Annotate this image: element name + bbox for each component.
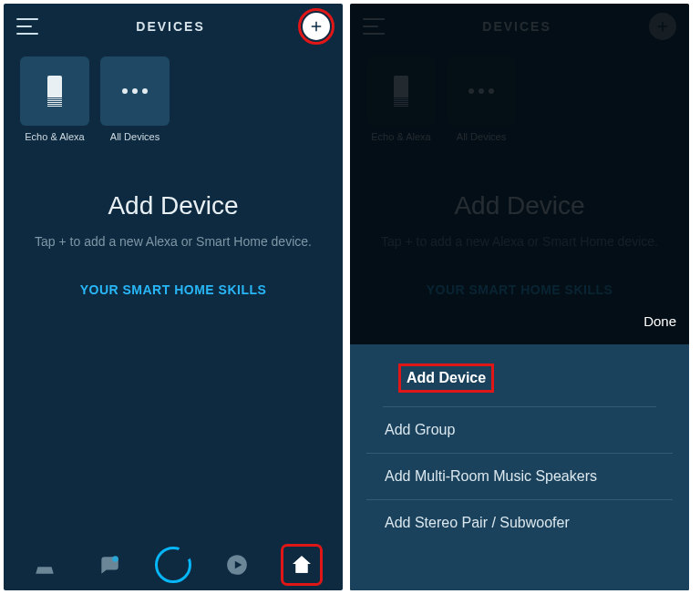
done-button[interactable]: Done bbox=[643, 313, 676, 329]
screen-devices-sheet: DEVICES Echo & Alexa All Devices Add Dev… bbox=[350, 4, 689, 590]
empty-heading: Add Device bbox=[31, 191, 315, 220]
nav-alexa-icon[interactable] bbox=[155, 547, 191, 583]
tile-echo-alexa: Echo & Alexa bbox=[366, 56, 436, 142]
smart-home-skills-link: YOUR SMART HOME SKILLS bbox=[427, 282, 613, 297]
tile-label: All Devices bbox=[457, 131, 506, 142]
page-title: DEVICES bbox=[482, 19, 551, 34]
tile-label: Echo & Alexa bbox=[371, 131, 430, 142]
tile-all-devices: All Devices bbox=[447, 56, 516, 142]
empty-subtext: Tap + to add a new Alexa or Smart Home d… bbox=[377, 233, 662, 251]
sheet-item-add-stereo[interactable]: Add Stereo Pair / Subwoofer bbox=[366, 500, 673, 546]
nav-play-icon[interactable] bbox=[219, 547, 255, 583]
sheet-item-label: Add Device bbox=[401, 366, 491, 390]
add-button[interactable] bbox=[303, 13, 330, 40]
device-tile-row: Echo & Alexa All Devices bbox=[4, 49, 343, 148]
top-bar: DEVICES bbox=[350, 4, 689, 49]
empty-state: Add Device Tap + to add a new Alexa or S… bbox=[350, 148, 689, 298]
svg-point-0 bbox=[112, 556, 118, 562]
tile-label: Echo & Alexa bbox=[25, 131, 84, 142]
sheet-item-add-multiroom[interactable]: Add Multi-Room Music Speakers bbox=[366, 454, 673, 500]
empty-heading: Add Device bbox=[377, 191, 662, 220]
nav-chat-icon[interactable] bbox=[91, 547, 128, 583]
nav-devices-icon[interactable] bbox=[283, 547, 320, 583]
empty-subtext: Tap + to add a new Alexa or Smart Home d… bbox=[31, 233, 315, 251]
sheet-item-add-group[interactable]: Add Group bbox=[366, 407, 673, 454]
add-action-sheet: Add Device Add Group Add Multi-Room Musi… bbox=[350, 344, 689, 590]
echo-device-icon bbox=[47, 76, 62, 107]
menu-icon[interactable] bbox=[16, 18, 38, 35]
page-title: DEVICES bbox=[136, 19, 204, 34]
tile-label: All Devices bbox=[110, 131, 160, 142]
echo-device-icon bbox=[394, 76, 408, 107]
plus-icon bbox=[308, 18, 324, 35]
top-bar: DEVICES bbox=[4, 4, 343, 49]
smart-home-skills-link[interactable]: YOUR SMART HOME SKILLS bbox=[80, 282, 267, 297]
plus-icon bbox=[654, 18, 671, 35]
tile-all-devices[interactable]: All Devices bbox=[100, 56, 170, 142]
menu-icon[interactable] bbox=[363, 18, 385, 35]
nav-home-icon[interactable] bbox=[26, 547, 63, 583]
screen-devices: DEVICES Echo & Alexa All Devices Add Dev… bbox=[4, 4, 343, 590]
bottom-nav bbox=[4, 539, 343, 590]
device-tile-row: Echo & Alexa All Devices bbox=[350, 49, 689, 148]
more-icon bbox=[122, 88, 148, 94]
add-button[interactable] bbox=[649, 13, 676, 40]
more-icon bbox=[468, 88, 494, 94]
sheet-item-add-device[interactable]: Add Device bbox=[383, 357, 656, 407]
empty-state: Add Device Tap + to add a new Alexa or S… bbox=[4, 148, 343, 298]
tile-echo-alexa[interactable]: Echo & Alexa bbox=[20, 56, 89, 142]
